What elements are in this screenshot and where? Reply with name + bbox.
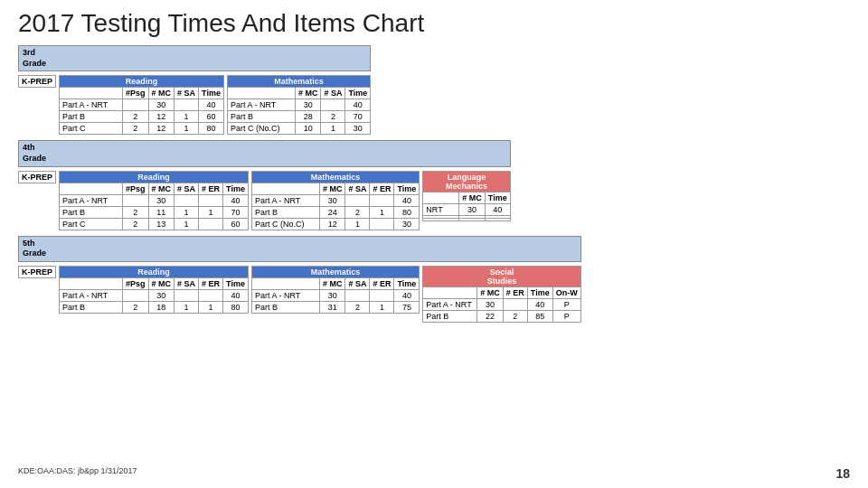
reading-header-4: Reading [60,171,249,183]
col-mc-3r: # MC [148,88,175,99]
grade-4-section: 4thGrade K-PREP Reading #Psg# MC# SA# ER… [18,140,850,230]
col-time-3r: Time [199,88,224,99]
kprep-label-3: K-PREP [18,75,56,88]
math-header-4: Mathematics [251,171,419,183]
lang-header-4: LanguageMechanics [423,171,510,192]
col-psg-3: #Psg [123,88,149,99]
kprep-label-4: K-PREP [18,171,56,183]
page-title: 2017 Testing Times And Items Chart [18,9,850,38]
social-header-5: SocialStudies [423,267,580,287]
footer: KDE:OAA:DAS: jb&pp 1/31/2017 18 [18,466,850,481]
math-header-3: Mathematics [227,76,370,88]
page: 2017 Testing Times And Items Chart 3rdGr… [0,0,868,488]
reading-header-5: Reading [60,267,249,278]
grade-3-section: 3rdGrade K-PREP Reading #Psg # MC # SA T… [18,45,850,135]
reading-header-3: Reading [60,76,224,88]
reading-table-3: Reading #Psg # MC # SA Time Part A - NRT… [59,75,224,135]
math-table-5: Mathematics # MC# SA# ERTime Part A - NR… [251,266,420,314]
grade-4-label: 4thGrade [18,140,511,166]
math-header-5: Mathematics [251,267,419,278]
grade-5-label: 5thGrade [18,236,581,262]
math-table-4: Mathematics # MC# SA# ERTime Part A - NR… [251,171,420,230]
lang-table-4: LanguageMechanics # MCTime NRT 3040 [422,171,510,221]
grade-5-section: 5thGrade K-PREP Reading #Psg# MC# SA# ER… [18,236,850,323]
kprep-label-5: K-PREP [18,266,56,278]
social-table-5: SocialStudies # MC# ERTimeOn-W Part A - … [422,266,580,323]
footer-credit: KDE:OAA:DAS: jb&pp 1/31/2017 [18,466,137,481]
reading-table-5: Reading #Psg# MC# SA# ERTime Part A - NR… [59,266,249,314]
math-table-3: Mathematics # MC# SATime Part A - NRT 30… [227,75,371,135]
grade-3-label: 3rdGrade [18,45,371,71]
page-number: 18 [835,466,850,481]
reading-table-4: Reading #Psg# MC# SA# ERTime Part A - NR… [59,171,249,230]
col-sa-3r: # SA [175,88,199,99]
